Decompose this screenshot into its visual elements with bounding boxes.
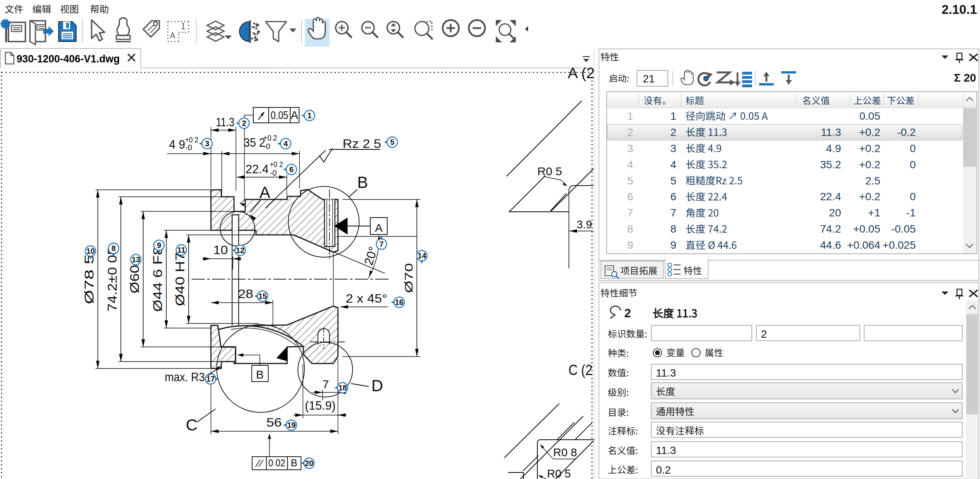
svg-text:2: 2 [761,328,767,340]
svg-text:8: 8 [670,223,676,235]
svg-text:Rz 2 5: Rz 2 5 [343,137,381,151]
svg-text:9: 9 [627,239,633,251]
svg-text:20: 20 [305,459,313,467]
svg-text:-0: -0 [185,143,192,152]
svg-text:18: 18 [338,384,347,392]
svg-text:7: 7 [323,378,329,390]
svg-text:A: A [375,221,383,234]
svg-text:0 02: 0 02 [268,457,285,469]
svg-text:A: A [259,183,270,201]
svg-text:0: 0 [910,159,916,171]
svg-text:4: 4 [283,139,288,148]
svg-text:44.6: 44.6 [820,239,841,251]
svg-text:10: 10 [213,243,228,257]
svg-text:+0.2: +0.2 [859,159,880,171]
svg-text:15: 15 [258,292,267,300]
svg-text:+0.2: +0.2 [263,134,277,142]
svg-text:8: 8 [111,244,115,253]
svg-text:6: 6 [289,165,293,174]
svg-text:2.5: 2.5 [865,175,880,187]
svg-text:17: 17 [206,375,215,383]
svg-text:2.10.1: 2.10.1 [942,2,977,17]
svg-text:11.3: 11.3 [656,444,676,456]
svg-text:20°: 20° [361,245,380,267]
svg-text:(15.9): (15.9) [305,399,336,412]
svg-text:5: 5 [390,138,394,146]
svg-text:B: B [256,368,264,381]
svg-text:35.2: 35.2 [820,159,841,171]
svg-text:9: 9 [157,241,161,250]
svg-text:56: 56 [266,415,282,429]
svg-text:R0 8: R0 8 [553,446,577,459]
svg-text:35 2: 35 2 [244,136,265,149]
svg-text:21: 21 [643,73,655,85]
svg-text:0.2: 0.2 [656,464,671,476]
svg-text:Ø44 6 F8: Ø44 6 F8 [150,246,165,312]
svg-text:1: 1 [670,110,676,122]
svg-text:R0 5: R0 5 [537,165,562,178]
svg-text:4.9: 4.9 [826,142,841,154]
svg-text:11.3: 11.3 [821,126,841,138]
svg-text:1: 1 [627,110,633,122]
svg-text:4: 4 [670,159,676,171]
svg-text:2: 2 [624,306,631,320]
svg-text:13: 13 [132,255,140,264]
svg-text:C: C [186,416,197,434]
svg-text:3.9: 3.9 [577,218,592,231]
svg-text:-0: -0 [270,169,277,177]
svg-text:2: 2 [670,126,676,138]
svg-text:-0.2: -0.2 [897,126,916,138]
svg-text:12: 12 [236,246,244,255]
svg-text:0.05: 0.05 [271,109,288,121]
svg-text:16: 16 [395,298,403,306]
svg-text:+0.2: +0.2 [859,126,880,138]
svg-text:Ø78 5: Ø78 5 [82,254,96,304]
svg-text:6: 6 [670,191,676,203]
svg-text:74.2: 74.2 [820,223,841,235]
svg-text:A (2: A (2 [568,65,595,81]
svg-text:7: 7 [627,207,633,219]
svg-text:2: 2 [627,126,633,138]
svg-text:11: 11 [177,246,185,254]
svg-text:0.05: 0.05 [860,110,881,122]
svg-text:+0 2: +0 2 [185,136,198,144]
svg-text:5: 5 [670,175,676,187]
svg-text:7: 7 [670,207,676,219]
svg-text:2: 2 [242,119,246,127]
svg-text:A: A [291,109,298,121]
svg-text:3: 3 [205,139,209,148]
svg-text:7: 7 [379,240,383,248]
svg-text:-0: -0 [263,142,270,151]
svg-text:Ø70: Ø70 [403,263,415,293]
svg-text:14: 14 [418,251,426,260]
svg-text:1: 1 [307,111,311,120]
svg-text:Σ 20: Σ 20 [954,72,976,84]
svg-text:5: 5 [627,175,633,187]
svg-text:3: 3 [670,142,676,154]
svg-text:20: 20 [829,207,841,219]
svg-text:+0.064: +0.064 [847,239,880,251]
svg-text:2 x 45°: 2 x 45° [346,291,387,305]
svg-text:11.3: 11.3 [216,116,234,129]
svg-text:+0.2: +0.2 [859,142,880,154]
svg-text:0: 0 [910,191,916,203]
svg-text:28: 28 [238,287,253,301]
svg-text:4 9: 4 9 [169,138,185,151]
svg-text:B: B [357,173,368,191]
svg-text:+1: +1 [868,207,880,219]
svg-text:Ø40 H7: Ø40 H7 [172,252,187,306]
svg-text:B: B [291,457,297,469]
svg-text:9: 9 [670,239,676,251]
svg-text:10: 10 [86,247,95,255]
svg-text:-1: -1 [906,207,916,219]
svg-text:R0 5: R0 5 [547,467,571,479]
svg-text:0: 0 [910,142,916,154]
svg-text:11.3: 11.3 [656,367,676,379]
svg-text:19: 19 [287,421,296,429]
svg-text:+0.05: +0.05 [853,223,880,235]
svg-text:8: 8 [627,223,633,235]
svg-text:Ø60: Ø60 [127,265,142,293]
svg-text:max. R3: max. R3 [165,370,205,384]
svg-text:4: 4 [627,159,633,171]
svg-text:+0.025: +0.025 [883,239,916,251]
